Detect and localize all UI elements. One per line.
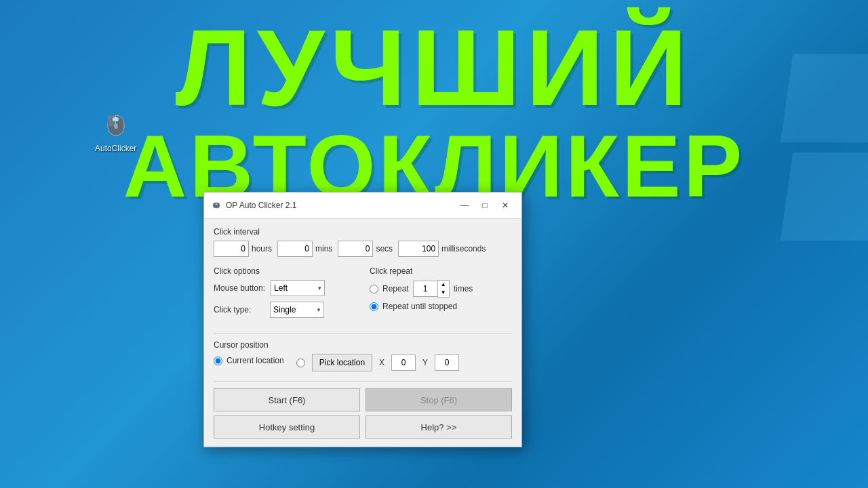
click-options-section: Click options Mouse button: Left Right M… [214, 266, 356, 323]
spinner-up-button[interactable]: ▲ [438, 281, 449, 289]
click-type-dropdown[interactable]: Single Double [270, 302, 324, 318]
x-coord-input[interactable] [391, 354, 416, 371]
title-bar-controls: — □ ✕ [455, 198, 515, 213]
secs-input[interactable] [338, 241, 373, 257]
ms-unit: milliseconds [441, 244, 486, 253]
window-title: OP Auto Clicker 2.1 [226, 201, 297, 210]
current-location-label[interactable]: Current location [226, 356, 284, 365]
interval-row: hours mins secs milliseconds [214, 241, 512, 257]
svg-rect-4 [114, 123, 117, 129]
window-body: Click interval hours mins secs milliseco… [204, 219, 521, 447]
hours-input[interactable] [214, 241, 249, 257]
desktop-icon-label: AutoClicker [95, 144, 136, 153]
click-type-dropdown-wrap[interactable]: Single Double [270, 302, 324, 318]
mins-unit: mins [315, 244, 332, 253]
spinner-down-button[interactable]: ▼ [438, 289, 449, 297]
times-label: times [454, 284, 473, 293]
click-repeat-label: Click repeat [370, 266, 512, 276]
repeat-count-input[interactable] [413, 281, 437, 297]
svg-rect-7 [216, 204, 218, 205]
title-bar: OP Auto Clicker 2.1 — □ ✕ [204, 192, 521, 219]
russian-line1: ЛУЧШИЙ [176, 14, 693, 122]
click-type-label: Click type: [214, 305, 264, 314]
svg-rect-3 [113, 117, 119, 121]
start-stop-row: Start (F6) Stop (F6) [214, 388, 512, 411]
repeat-until-label[interactable]: Repeat until stopped [382, 302, 457, 311]
click-repeat-section: Click repeat Repeat ▲ ▼ times [370, 266, 512, 323]
win-pane-tl [781, 54, 868, 142]
mouse-button-label: Mouse button: [214, 283, 265, 293]
minimize-button[interactable]: — [455, 198, 474, 213]
current-location-radio[interactable] [214, 357, 222, 365]
cursor-position-section: Cursor position Current location Pick lo… [214, 333, 512, 371]
hotkey-help-row: Hotkey setting Help? >> [214, 415, 512, 439]
hotkey-button[interactable]: Hotkey setting [214, 415, 360, 439]
ms-input[interactable] [398, 241, 439, 257]
maximize-button[interactable]: □ [475, 198, 494, 213]
repeat-until-radio[interactable] [370, 302, 378, 311]
y-coord-input[interactable] [435, 354, 459, 371]
repeat-radio[interactable] [370, 285, 378, 293]
cursor-row: Current location Pick location X Y [214, 354, 512, 371]
bottom-buttons: Start (F6) Stop (F6) Hotkey setting Help… [214, 388, 512, 439]
start-button[interactable]: Start (F6) [214, 388, 360, 411]
repeat-until-radio-row: Repeat until stopped [370, 302, 512, 311]
secs-unit: secs [376, 244, 393, 253]
mouse-button-row: Mouse button: Left Right Middle [214, 280, 356, 296]
repeat-spinner: ▲ ▼ [413, 280, 450, 298]
hours-unit: hours [252, 244, 272, 253]
click-type-row: Click type: Single Double [214, 302, 356, 318]
win-pane-bl [781, 152, 868, 241]
interval-label: Click interval [214, 227, 512, 237]
desktop-background: ЛУЧШИЙ АВТОКЛИКЕР AutoClicker [0, 0, 868, 488]
repeat-radio-label[interactable]: Repeat [382, 284, 409, 293]
mins-input[interactable] [277, 241, 313, 257]
title-bar-left: OP Auto Clicker 2.1 [211, 200, 297, 211]
pick-location-row [296, 359, 305, 367]
current-location-row: Current location [214, 356, 284, 365]
stop-button[interactable]: Stop (F6) [366, 388, 512, 411]
help-button[interactable]: Help? >> [366, 415, 512, 439]
close-button[interactable]: ✕ [496, 198, 515, 213]
mouse-button-dropdown[interactable]: Left Right Middle [271, 280, 325, 296]
x-label: X [379, 358, 384, 367]
mouse-button-dropdown-wrap[interactable]: Left Right Middle [271, 280, 325, 296]
app-icon [211, 200, 222, 211]
y-label: Y [422, 358, 428, 367]
autoclicker-icon [100, 108, 132, 141]
app-window: OP Auto Clicker 2.1 — □ ✕ Click interval… [203, 192, 522, 447]
pick-location-button[interactable]: Pick location [312, 354, 372, 371]
pick-location-radio[interactable] [296, 359, 305, 367]
options-repeat-section: Click options Mouse button: Left Right M… [214, 266, 512, 323]
click-options-label: Click options [214, 266, 356, 276]
divider [214, 381, 512, 382]
repeat-radio-row: Repeat ▲ ▼ times [370, 280, 512, 298]
spinner-buttons: ▲ ▼ [437, 280, 450, 298]
desktop-icon-autoclicker[interactable]: AutoClicker [95, 108, 136, 153]
cursor-position-label: Cursor position [214, 340, 512, 350]
